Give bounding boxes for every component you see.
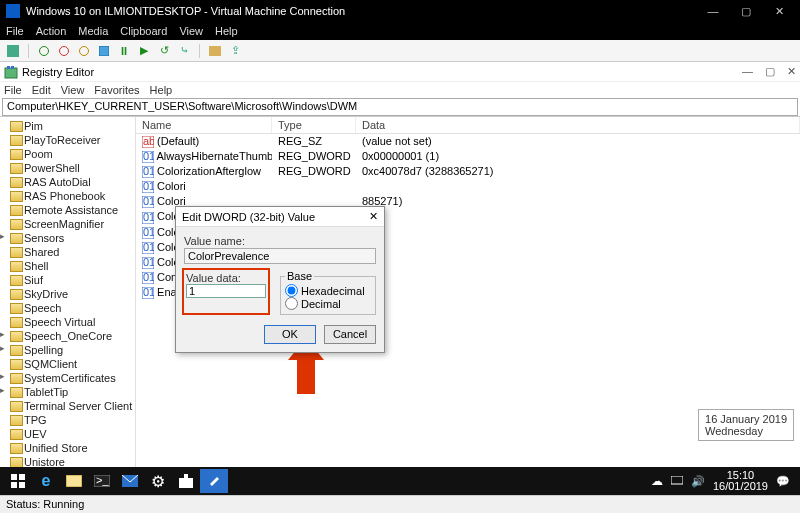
- explorer-icon[interactable]: [60, 469, 88, 493]
- pause-icon[interactable]: II: [117, 44, 131, 58]
- dialog-titlebar[interactable]: Edit DWORD (32-bit) Value ✕: [176, 207, 384, 227]
- taskbar[interactable]: e >_ ⚙ ☁ 🔊 15:10 16/01/2019 💬: [0, 467, 800, 495]
- table-row[interactable]: 011 AlwaysHibernateThumbnailsREG_DWORD0x…: [136, 149, 800, 164]
- listview-header[interactable]: Name Type Data: [136, 117, 800, 134]
- svg-rect-36: [179, 478, 193, 488]
- table-row[interactable]: 011 ColorizationAfterglowREG_DWORD0xc400…: [136, 164, 800, 179]
- date-tooltip: 16 January 2019 Wednesday: [698, 409, 794, 441]
- regedit-menu-edit[interactable]: Edit: [32, 84, 51, 96]
- edge-icon[interactable]: e: [32, 469, 60, 493]
- mail-icon[interactable]: [116, 469, 144, 493]
- tree-item[interactable]: RAS Phonebook: [10, 189, 135, 203]
- tree-item[interactable]: TPG: [10, 413, 135, 427]
- svg-rect-29: [19, 474, 25, 480]
- regedit-maximize[interactable]: ▢: [765, 65, 775, 78]
- tree-item[interactable]: Shell: [10, 259, 135, 273]
- value-data-input[interactable]: [186, 284, 266, 298]
- revert-icon[interactable]: ⤷: [177, 44, 191, 58]
- vm-menu-media[interactable]: Media: [78, 25, 108, 37]
- minimize-button[interactable]: —: [698, 5, 728, 17]
- tree-item[interactable]: SystemCertificates: [10, 371, 135, 385]
- svg-rect-30: [11, 482, 17, 488]
- vm-menubar: File Action Media Clipboard View Help: [0, 22, 800, 40]
- regedit-close[interactable]: ✕: [787, 65, 796, 78]
- col-type[interactable]: Type: [272, 117, 356, 133]
- tray-volume-icon[interactable]: 🔊: [691, 475, 705, 488]
- col-data[interactable]: Data: [356, 117, 800, 133]
- regedit-address-bar[interactable]: Computer\HKEY_CURRENT_USER\Software\Micr…: [2, 98, 798, 116]
- close-button[interactable]: ✕: [764, 5, 794, 18]
- taskbar-clock[interactable]: 15:10 16/01/2019: [713, 470, 768, 492]
- tree-item[interactable]: ScreenMagnifier: [10, 217, 135, 231]
- vm-menu-view[interactable]: View: [179, 25, 203, 37]
- radio-dec[interactable]: Decimal: [285, 297, 371, 310]
- share-icon[interactable]: ⇪: [228, 44, 242, 58]
- regedit-menu-favorites[interactable]: Favorites: [94, 84, 139, 96]
- svg-rect-1: [99, 46, 109, 56]
- cancel-button[interactable]: Cancel: [324, 325, 376, 344]
- reset-icon[interactable]: ▶: [137, 44, 151, 58]
- save-icon[interactable]: [97, 44, 111, 58]
- svg-rect-38: [671, 476, 683, 484]
- vm-menu-action[interactable]: Action: [36, 25, 67, 37]
- regedit-minimize[interactable]: —: [742, 65, 753, 78]
- regedit-menubar: File Edit View Favorites Help: [0, 82, 800, 98]
- tree-item[interactable]: Speech_OneCore: [10, 329, 135, 343]
- regedit-menu-file[interactable]: File: [4, 84, 22, 96]
- regedit-menu-help[interactable]: Help: [150, 84, 173, 96]
- tray-onedrive-icon[interactable]: ☁: [651, 474, 663, 488]
- svg-rect-0: [7, 45, 19, 57]
- registry-tree[interactable]: PimPlayToReceiverPoomPowerShellRAS AutoD…: [0, 117, 136, 488]
- tree-item[interactable]: UEV: [10, 427, 135, 441]
- start-button[interactable]: [4, 469, 32, 493]
- tree-item[interactable]: RAS AutoDial: [10, 175, 135, 189]
- action-center-icon[interactable]: 💬: [776, 475, 790, 488]
- tree-item[interactable]: Speech: [10, 301, 135, 315]
- col-name[interactable]: Name: [136, 117, 272, 133]
- vm-menu-file[interactable]: File: [6, 25, 24, 37]
- tree-item[interactable]: SQMClient: [10, 357, 135, 371]
- tree-item[interactable]: PowerShell: [10, 161, 135, 175]
- table-row[interactable]: ab (Default)REG_SZ(value not set): [136, 134, 800, 149]
- turn-off-icon[interactable]: [57, 44, 71, 58]
- radio-dec-input[interactable]: [285, 297, 298, 310]
- enhanced-session-icon[interactable]: [208, 44, 222, 58]
- tree-item[interactable]: PlayToReceiver: [10, 133, 135, 147]
- tree-item[interactable]: Unified Store: [10, 441, 135, 455]
- regedit-menu-view[interactable]: View: [61, 84, 85, 96]
- settings-icon[interactable]: ⚙: [144, 469, 172, 493]
- paint-icon[interactable]: [200, 469, 228, 493]
- tree-item[interactable]: Sensors: [10, 231, 135, 245]
- vm-menu-clipboard[interactable]: Clipboard: [120, 25, 167, 37]
- ctrl-alt-del-icon[interactable]: [6, 44, 20, 58]
- svg-text:ab: ab: [143, 136, 154, 147]
- edit-dword-dialog: Edit DWORD (32-bit) Value ✕ Value name: …: [175, 206, 385, 353]
- table-row[interactable]: 011 Colori: [136, 179, 800, 194]
- maximize-button[interactable]: ▢: [731, 5, 761, 18]
- tree-item[interactable]: Shared: [10, 245, 135, 259]
- tree-item[interactable]: Spelling: [10, 343, 135, 357]
- start-icon[interactable]: [37, 44, 51, 58]
- tree-item[interactable]: SkyDrive: [10, 287, 135, 301]
- svg-text:011: 011: [143, 257, 154, 268]
- svg-text:011: 011: [143, 181, 154, 192]
- tree-item[interactable]: Pim: [10, 119, 135, 133]
- tree-item[interactable]: Terminal Server Client: [10, 399, 135, 413]
- regedit-title: Registry Editor: [22, 66, 94, 78]
- terminal-icon[interactable]: >_: [88, 469, 116, 493]
- vm-titlebar: Windows 10 on ILMIONTDESKTOP - Virtual M…: [0, 0, 800, 22]
- tree-item[interactable]: TabletTip: [10, 385, 135, 399]
- tree-item[interactable]: Speech Virtual: [10, 315, 135, 329]
- store-icon[interactable]: [172, 469, 200, 493]
- radio-hex-input[interactable]: [285, 284, 298, 297]
- tree-item[interactable]: Remote Assistance: [10, 203, 135, 217]
- vm-menu-help[interactable]: Help: [215, 25, 238, 37]
- dialog-close-icon[interactable]: ✕: [369, 210, 378, 223]
- checkpoint-icon[interactable]: ↺: [157, 44, 171, 58]
- shutdown-icon[interactable]: [77, 44, 91, 58]
- radio-hex[interactable]: Hexadecimal: [285, 284, 371, 297]
- tray-network-icon[interactable]: [671, 476, 683, 486]
- tree-item[interactable]: Siuf: [10, 273, 135, 287]
- ok-button[interactable]: OK: [264, 325, 316, 344]
- tree-item[interactable]: Poom: [10, 147, 135, 161]
